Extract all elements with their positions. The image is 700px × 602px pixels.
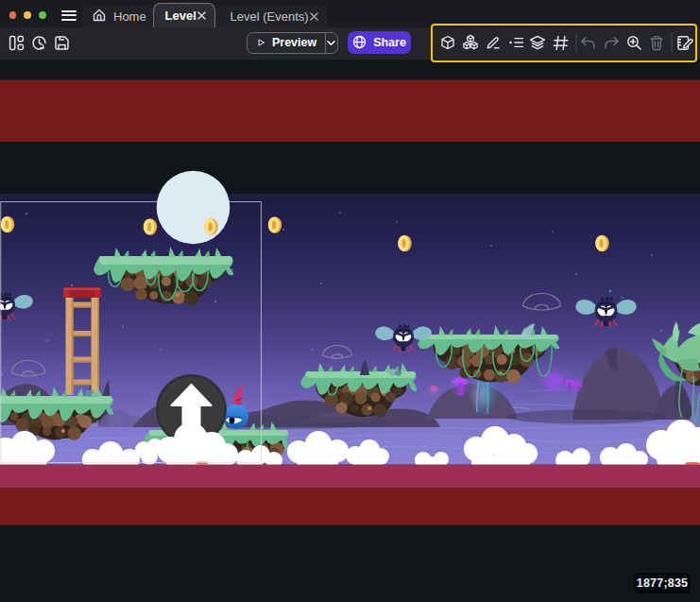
scene-editor-canvas[interactable] (0, 60, 700, 602)
add-object-icon[interactable] (439, 34, 456, 51)
chevron-down-icon (326, 38, 336, 48)
hamburger-menu-icon[interactable] (61, 10, 77, 22)
coin[interactable] (398, 235, 411, 252)
history-icon[interactable] (30, 34, 47, 51)
home-icon (93, 9, 106, 25)
instances-list-icon[interactable] (507, 34, 524, 51)
preview-button[interactable]: Preview (247, 32, 338, 55)
level-bottom-crimson-band (0, 465, 700, 489)
gdevelop-window: Home Level Level (Events) (0, 0, 700, 602)
level-top-red-band (0, 80, 700, 143)
share-button[interactable]: Share (348, 31, 411, 55)
toolbar-divider (575, 34, 577, 51)
coin[interactable] (1, 216, 14, 233)
undo-icon[interactable] (579, 34, 596, 51)
coin[interactable] (595, 235, 608, 252)
coin[interactable] (268, 216, 282, 233)
globe-icon (352, 35, 367, 49)
preview-dropdown-button[interactable] (326, 38, 337, 48)
coin[interactable] (204, 218, 217, 235)
traffic-light-zoom-button[interactable] (39, 11, 46, 19)
tab-level-events[interactable]: Level (Events) (215, 6, 329, 28)
tab-level-label: Level (165, 9, 196, 23)
tab-level-events-label: Level (Events) (230, 9, 309, 24)
tab-level-close-icon[interactable] (196, 10, 207, 21)
toolbar: Preview Share (0, 27, 700, 60)
cursor-coordinates-value: 1877;835 (637, 576, 688, 590)
tab-level-events-close-icon[interactable] (309, 11, 319, 22)
titlebar: Home Level Level (Events) (0, 0, 700, 27)
scene-properties-icon[interactable] (676, 34, 693, 51)
play-icon (259, 40, 264, 45)
preview-button-label: Preview (272, 36, 316, 49)
redo-icon[interactable] (603, 34, 620, 51)
cursor-coordinates-chip: 1877;835 (634, 573, 691, 594)
trash-icon[interactable] (648, 34, 665, 51)
traffic-light-close-button[interactable] (9, 11, 17, 19)
traffic-light-minimize-button[interactable] (24, 11, 31, 19)
toolbar-divider-2 (671, 34, 673, 51)
layers-icon[interactable] (529, 34, 546, 51)
zoom-in-icon[interactable] (625, 34, 642, 51)
project-manager-icon[interactable] (8, 34, 25, 51)
tab-level[interactable]: Level (153, 3, 215, 27)
objects-list-icon[interactable] (462, 34, 479, 51)
grid-icon[interactable] (552, 34, 569, 51)
edit-pen-icon[interactable] (485, 34, 502, 51)
save-icon[interactable] (53, 34, 70, 51)
level-bottom-red-band (0, 489, 700, 525)
moon[interactable] (157, 171, 230, 245)
tab-home[interactable]: Home (82, 6, 155, 28)
tab-home-label: Home (113, 9, 146, 24)
share-button-label: Share (373, 36, 406, 49)
coin[interactable] (144, 218, 157, 235)
